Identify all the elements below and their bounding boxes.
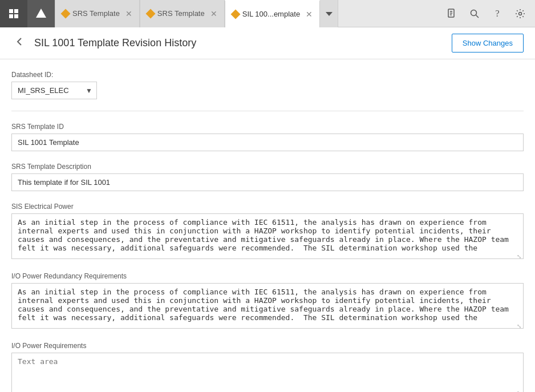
section-divider <box>11 111 524 111</box>
doc-action-btn[interactable] <box>441 3 462 24</box>
tab-srs-2[interactable]: SRS Template ✕ <box>140 0 225 27</box>
svg-point-13 <box>519 12 522 15</box>
tab-diamond-icon <box>61 9 71 18</box>
back-button[interactable] <box>11 34 27 52</box>
page-header: SIL 1001 Template Revision History Show … <box>0 27 535 59</box>
sis-power-textarea[interactable]: As an initial step in the process of com… <box>11 213 524 259</box>
app-icon-grid[interactable] <box>0 0 27 27</box>
main-content: Datasheet ID: MI_SRS_ELEC ▼ SRS Template… <box>0 59 535 392</box>
io-redundancy-textarea[interactable]: As an initial step in the process of com… <box>11 283 524 329</box>
io-requirements-label: I/O Power Requirements <box>11 342 524 350</box>
page-title: SIL 1001 Template Revision History <box>34 37 196 49</box>
tab-close-icon[interactable]: ✕ <box>306 10 313 18</box>
srs-desc-label: SRS Template Description <box>11 163 524 171</box>
datasheet-id-section: Datasheet ID: MI_SRS_ELEC ▼ <box>11 71 524 99</box>
srs-id-section: SRS Template ID <box>11 123 524 151</box>
srs-id-label: SRS Template ID <box>11 123 524 131</box>
tab-srs-1[interactable]: SRS Template ✕ <box>55 0 140 27</box>
tab-diamond-icon <box>230 9 240 19</box>
svg-marker-6 <box>326 9 333 10</box>
io-requirements-textarea-wrapper: ⤡ <box>11 353 524 392</box>
tab-bar: SRS Template ✕ SRS Template ✕ SIL 100...… <box>0 0 535 27</box>
svg-rect-2 <box>9 14 13 18</box>
svg-rect-0 <box>9 9 13 13</box>
tab-diamond-icon <box>145 9 155 18</box>
sis-power-textarea-wrapper: As an initial step in the process of com… <box>11 213 524 261</box>
resize-handle-icon[interactable]: ⤡ <box>517 254 522 260</box>
tab-overflow-btn[interactable] <box>320 0 338 27</box>
svg-marker-5 <box>326 12 333 16</box>
io-redundancy-textarea-wrapper: As an initial step in the process of com… <box>11 283 524 330</box>
tab-sil[interactable]: SIL 100...emplate ✕ <box>225 0 320 27</box>
io-redundancy-section: I/O Power Redundancy Requirements As an … <box>11 272 524 330</box>
datasheet-id-label: Datasheet ID: <box>11 71 524 79</box>
sis-power-section: SIS Electrical Power As an initial step … <box>11 203 524 261</box>
srs-id-input[interactable] <box>11 134 524 151</box>
datasheet-dropdown[interactable]: MI_SRS_ELEC <box>11 82 97 99</box>
srs-desc-input[interactable] <box>11 173 524 191</box>
svg-rect-3 <box>14 14 18 18</box>
svg-marker-4 <box>36 9 46 18</box>
sis-power-label: SIS Electrical Power <box>11 203 524 211</box>
tab-close-icon[interactable]: ✕ <box>210 10 217 18</box>
tab-actions: ? <box>441 3 535 24</box>
tab-close-icon[interactable]: ✕ <box>125 10 132 18</box>
help-action-btn[interactable]: ? <box>487 3 508 24</box>
resize-handle-icon[interactable]: ⤡ <box>517 324 522 329</box>
app-icon-hierarchy[interactable] <box>27 0 55 27</box>
svg-point-11 <box>471 10 477 15</box>
io-requirements-textarea[interactable] <box>11 353 524 392</box>
settings-action-btn[interactable] <box>510 3 530 24</box>
io-redundancy-label: I/O Power Redundancy Requirements <box>11 272 524 280</box>
svg-rect-1 <box>14 9 18 13</box>
show-changes-button[interactable]: Show Changes <box>452 34 524 52</box>
search-action-btn[interactable] <box>464 3 485 24</box>
header-left: SIL 1001 Template Revision History <box>11 34 196 52</box>
svg-line-12 <box>476 15 479 18</box>
datasheet-dropdown-wrapper: MI_SRS_ELEC ▼ <box>11 82 97 99</box>
srs-desc-section: SRS Template Description <box>11 163 524 191</box>
io-requirements-section: I/O Power Requirements ⤡ <box>11 342 524 392</box>
